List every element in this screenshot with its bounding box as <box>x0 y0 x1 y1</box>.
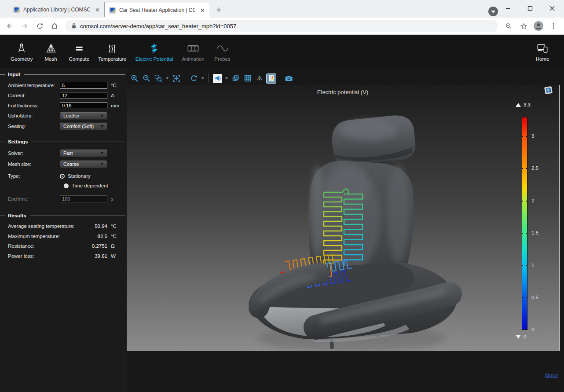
radio-label: Stationary <box>68 173 91 179</box>
zoom-out-icon[interactable] <box>142 74 151 83</box>
field-row-current: Current: A <box>0 90 127 100</box>
tab-close-icon[interactable] <box>94 6 101 13</box>
field-row-seating: Seating: Comfort (Soft) <box>0 121 127 132</box>
result-value: 50.94 <box>95 223 107 229</box>
field-row-time-dependent: Time dependent <box>0 181 127 191</box>
new-tab-button[interactable] <box>213 4 224 15</box>
axes-orientation-icon[interactable] <box>255 74 264 83</box>
forward-icon[interactable] <box>18 20 31 32</box>
ribbon-button-probes[interactable]: Probes <box>209 42 236 62</box>
scene-light-icon[interactable] <box>231 74 240 83</box>
select-value: Comfort (Soft) <box>63 124 94 129</box>
end-time-input <box>60 195 107 202</box>
ribbon-button-mesh[interactable]: Mesh <box>37 42 65 62</box>
ribbon-label: Animation <box>182 56 204 62</box>
chevron-down-icon <box>100 163 104 165</box>
time-dependent-radio[interactable] <box>64 183 69 188</box>
toolbar-separator <box>209 73 209 83</box>
home-icon[interactable] <box>48 20 61 32</box>
about-link[interactable]: About <box>545 373 558 378</box>
field-row-ambient-temperature: Ambient temperature: °C <box>0 80 127 90</box>
foil-thickness-input[interactable] <box>60 102 107 109</box>
mesh-size-select[interactable]: Coarse <box>60 160 107 168</box>
ribbon-button-compute[interactable]: Compute <box>65 42 94 62</box>
zoom-in-icon[interactable] <box>130 74 139 83</box>
chevron-down-icon[interactable] <box>166 77 168 79</box>
browser-update-icon[interactable] <box>488 7 498 16</box>
result-value: 0.2751 <box>92 243 107 249</box>
color-legend-toggle-icon[interactable] <box>267 74 276 83</box>
ribbon-label: Temperature <box>98 56 127 62</box>
tab-application-library[interactable]: Application Library | COMSOL Se <box>9 2 105 17</box>
chevron-down-icon <box>100 115 104 117</box>
field-label: Foil thickness: <box>8 103 60 108</box>
colorbar-max: 3.3 <box>516 102 531 107</box>
close-window-button[interactable] <box>546 3 558 14</box>
field-label: Current: <box>8 93 60 98</box>
ribbon-label: Home <box>536 56 549 62</box>
lock-icon <box>71 23 77 29</box>
current-input[interactable] <box>60 92 107 99</box>
reload-icon[interactable] <box>33 20 46 32</box>
tab-close-icon[interactable] <box>199 7 206 14</box>
solver-select[interactable]: Fast <box>60 149 107 157</box>
tab-title: Application Library | COMSOL Se <box>23 7 90 13</box>
minimize-button[interactable] <box>502 3 514 14</box>
snapshot-camera-icon[interactable] <box>284 74 293 83</box>
result-unit: W <box>111 253 122 259</box>
ribbon-button-electric-potential[interactable]: Electric Potential <box>131 42 178 62</box>
result-row-resistance: Resistance: 0.2751 Ω <box>0 241 127 251</box>
ribbon-button-temperature[interactable]: Temperature <box>94 42 131 62</box>
ribbon-button-home[interactable]: Home <box>529 42 556 62</box>
select-value: Fast <box>63 150 73 156</box>
seating-select[interactable]: Comfort (Soft) <box>60 122 107 130</box>
temperature-waves-icon <box>106 42 118 54</box>
mesh-icon <box>45 42 57 54</box>
comsol-favicon <box>13 7 20 13</box>
colorbar-tick-label: 0.5 <box>531 295 546 300</box>
bookmark-star-icon[interactable] <box>517 20 530 32</box>
field-row-end-time: End time: s <box>0 193 127 205</box>
field-unit: °C <box>111 83 124 88</box>
colorbar-tick-label: 1.5 <box>531 230 546 235</box>
radio-label: Time dependent <box>72 183 108 188</box>
maximize-button[interactable] <box>524 3 536 14</box>
grid-icon[interactable] <box>243 74 252 83</box>
result-row-power-loss: Power loss: 39.61 W <box>0 251 127 261</box>
result-unit: °C <box>111 234 122 239</box>
colorbar-min: 0 <box>516 334 526 339</box>
ambient-temperature-input[interactable] <box>60 82 107 89</box>
ribbon-button-animation[interactable]: Animation <box>177 42 209 62</box>
stationary-radio[interactable] <box>60 174 65 179</box>
colorbar-tick-label: 2 <box>531 198 546 203</box>
reset-view-icon[interactable] <box>189 74 198 83</box>
ribbon-label: Probes <box>214 56 230 62</box>
upholstery-select[interactable]: Leather <box>60 112 107 120</box>
result-value: 39.61 <box>95 253 107 259</box>
tab-car-seat-heater[interactable]: Car Seat Heater Application | CO <box>105 3 209 18</box>
section-header-settings: Settings <box>0 139 127 144</box>
ribbon-button-geometry[interactable]: Geometry <box>6 42 37 62</box>
chevron-down-icon[interactable] <box>225 77 228 79</box>
select-value: Leather <box>63 113 80 118</box>
animation-film-icon <box>187 42 199 54</box>
browser-menu-icon[interactable] <box>547 20 560 32</box>
profile-avatar[interactable] <box>532 20 545 32</box>
url-bar[interactable]: comsol.com/server-demo/app/car_seat_heat… <box>65 20 498 32</box>
colorbar-tick-label: 0 <box>531 327 546 332</box>
chevron-down-icon[interactable] <box>201 77 204 79</box>
geometry-icon <box>16 42 27 54</box>
canvas-right-border <box>559 85 560 351</box>
browser-chrome: Application Library | COMSOL Se Car Seat… <box>0 0 564 35</box>
zoom-box-icon[interactable] <box>154 74 163 83</box>
settings-sidebar: Input Ambient temperature: °C Current: A… <box>0 68 127 392</box>
default-view-icon[interactable] <box>213 74 222 83</box>
zoom-indicator-icon[interactable] <box>502 20 515 32</box>
zoom-extents-icon[interactable] <box>172 74 181 83</box>
plot-canvas[interactable]: Electric potential (V) <box>127 85 559 351</box>
back-icon[interactable] <box>4 20 16 32</box>
ribbon-label: Geometry <box>11 56 33 62</box>
result-unit: °C <box>111 223 122 229</box>
compute-equals-icon <box>73 42 85 54</box>
field-row-solver: Solver: Fast <box>0 147 127 158</box>
